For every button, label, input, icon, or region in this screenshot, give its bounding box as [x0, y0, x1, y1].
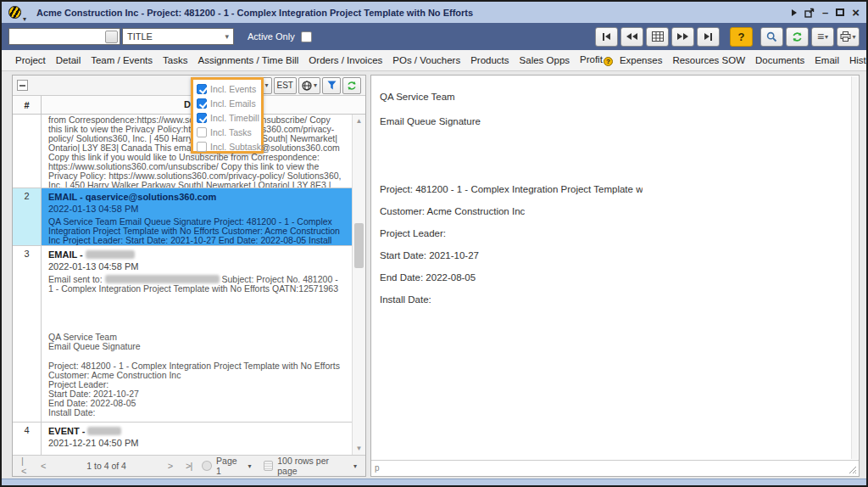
first-record-button[interactable] — [595, 27, 618, 47]
printer-icon — [840, 31, 851, 42]
row-date: 2021-12-21 04:50 PM — [48, 437, 345, 450]
last-page-button[interactable]: >| — [186, 461, 192, 471]
list-rows-viewport: from Correspondence:https://www.solution… — [13, 115, 365, 455]
resize-grip-icon[interactable] — [849, 466, 857, 474]
tab-resources-sow[interactable]: Resources SOW — [667, 53, 750, 68]
search-box — [8, 28, 120, 45]
run-icon[interactable] — [792, 7, 797, 19]
summary-line-start-date: Start Date: 2021-10-27 — [380, 250, 479, 260]
filter-option-subtasks[interactable]: Incl. Subtasks — [197, 140, 259, 154]
apply-filter-button[interactable] — [322, 77, 341, 94]
summary-line-signature-2: Email Queue Signature — [380, 116, 481, 126]
app-logo-icon[interactable] — [8, 6, 21, 19]
list-scrollbar[interactable]: ▲ ▼ — [352, 115, 365, 455]
tab-assignments-time-bill[interactable]: Assignments / Time Bill — [192, 53, 303, 68]
search-lookup-button[interactable] — [105, 31, 118, 43]
chevron-down-icon[interactable]: ▾ — [353, 462, 357, 470]
checkbox-icon[interactable] — [197, 127, 207, 137]
tab-pos-vouchers[interactable]: POs / Vouchers — [387, 53, 465, 68]
list-column-headers: # D — [13, 96, 365, 115]
tab-profit[interactable]: Profit? — [575, 52, 615, 69]
chevron-down-icon: ▾ — [852, 33, 855, 41]
scroll-down-icon[interactable]: ▼ — [353, 442, 365, 455]
tab-products[interactable]: Products — [465, 53, 514, 68]
row-title: EVENT - — [48, 424, 345, 437]
scroll-up-icon[interactable]: ▲ — [353, 115, 365, 127]
next-record-button[interactable] — [671, 27, 694, 47]
search-button[interactable] — [760, 27, 783, 47]
tab-email[interactable]: Email — [810, 53, 844, 68]
list-item[interactable]: from Correspondence:https://www.solution… — [13, 115, 352, 188]
rows-per-page-selector[interactable]: 100 rows per page — [277, 456, 349, 476]
summary-line-end-date: End Date: 2022-08-05 — [380, 272, 476, 283]
content-area: ▾ EST ▾ # D — [2, 71, 866, 479]
window-title: Acme Construction Inc - Project: 481200 … — [36, 8, 473, 18]
refresh-button[interactable] — [786, 27, 809, 47]
row-title: EMAIL - — [48, 248, 345, 260]
row-title: EMAIL - qaservice@solutions360.com — [48, 190, 345, 203]
tab-expenses[interactable]: Expenses — [615, 53, 668, 68]
row-body-text: QA Service Team Email Queue Signature Pr… — [48, 217, 345, 245]
page-selector[interactable]: Page 1 — [216, 456, 243, 476]
last-record-button[interactable] — [697, 27, 720, 47]
list-item[interactable]: 4 EVENT - 2021-12-21 04:50 PM — [13, 423, 352, 455]
correspondence-list-panel: ▾ EST ▾ # D — [12, 75, 366, 477]
est-button[interactable]: EST — [274, 77, 297, 94]
window-bottom-frame — [2, 479, 866, 485]
profit-help-icon: ? — [604, 57, 613, 66]
previous-record-button[interactable] — [620, 27, 643, 47]
refresh-icon — [347, 81, 357, 91]
checkbox-icon[interactable] — [197, 142, 207, 152]
list-item[interactable]: 3 EMAIL - 2022-01-13 04:58 PM Email sent… — [13, 246, 352, 423]
chevron-down-icon[interactable]: ▾ — [248, 462, 252, 470]
search-field-value: TITLE — [127, 31, 153, 42]
filter-option-timebill[interactable]: Incl. Timebill — [197, 111, 259, 125]
grid-view-button[interactable] — [646, 27, 669, 47]
app-window: ▾ Acme Construction Inc - Project: 48120… — [0, 0, 868, 487]
print-menu-button[interactable]: ▾ — [837, 27, 860, 47]
tab-documents[interactable]: Documents — [750, 53, 810, 68]
tab-team-events[interactable]: Team / Events — [86, 53, 158, 68]
filter-option-tasks[interactable]: Incl. Tasks — [197, 126, 259, 139]
first-page-button[interactable]: |< — [21, 456, 27, 476]
redacted-text — [87, 427, 121, 435]
tab-sales-opps[interactable]: Sales Opps — [515, 53, 575, 68]
checkbox-icon[interactable] — [197, 84, 207, 94]
checkbox-icon[interactable] — [197, 98, 207, 109]
list-menu-button[interactable]: ≡▾ — [811, 27, 834, 47]
pagination-bar: |< < 1 to 4 of 4 > >| Page 1 ▾ 100 rows … — [13, 455, 365, 476]
main-toolbar: TITLE ▾ Active Only ? ≡▾ ▾ — [2, 23, 866, 50]
column-header-number[interactable]: # — [13, 96, 42, 114]
search-input[interactable] — [9, 31, 105, 42]
next-page-button[interactable]: > — [168, 461, 172, 471]
filter-option-events[interactable]: Incl. Events — [197, 82, 259, 96]
help-button[interactable]: ? — [730, 27, 753, 47]
timezone-button[interactable]: ▾ — [298, 77, 320, 94]
close-icon[interactable]: × — [852, 7, 860, 19]
active-only-checkbox[interactable] — [301, 31, 312, 42]
search-field-select[interactable]: TITLE ▾ — [122, 28, 234, 45]
summary-scrollbar[interactable] — [851, 76, 858, 459]
tab-tasks[interactable]: Tasks — [158, 53, 192, 68]
scrollbar-thumb[interactable] — [354, 223, 364, 268]
maximize-icon[interactable] — [836, 7, 844, 19]
list-item-selected[interactable]: 2 EMAIL - qaservice@solutions360.com 202… — [13, 188, 352, 246]
tab-project[interactable]: Project — [10, 53, 51, 68]
refresh-list-button[interactable] — [342, 77, 361, 94]
checkbox-icon[interactable] — [197, 113, 207, 123]
row-date: 2022-01-13 04:58 PM — [48, 260, 345, 273]
tab-orders-invoices[interactable]: Orders / Invoices — [303, 53, 387, 68]
collapse-all-button[interactable] — [17, 80, 28, 91]
tab-detail[interactable]: Detail — [51, 53, 86, 68]
logo-caret-icon[interactable]: ▾ — [23, 15, 26, 23]
minimize-icon[interactable]: – — [822, 7, 828, 19]
note-input[interactable]: p — [371, 460, 859, 476]
funnel-icon — [327, 81, 337, 90]
menu-icon: ≡ — [817, 32, 824, 41]
summary-line-leader: Project Leader: — [380, 228, 446, 238]
popout-icon[interactable] — [804, 7, 815, 19]
row-body-text: Email sent to: Subject: Project No. 4812… — [48, 275, 345, 294]
tab-history[interactable]: History — [844, 53, 868, 68]
row-range-label: 1 to 4 of 4 — [46, 461, 168, 471]
filter-option-emails[interactable]: Incl. Emails — [197, 97, 259, 110]
